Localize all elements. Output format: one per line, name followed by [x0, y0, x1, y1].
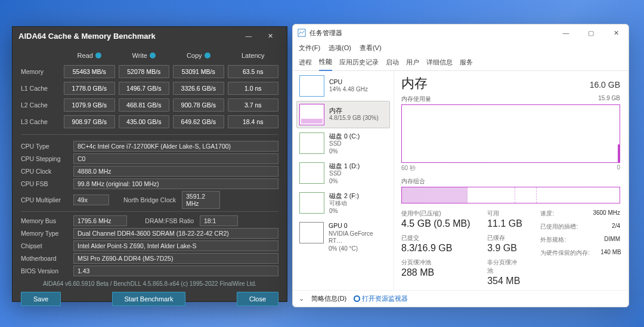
memory-thumbnail-icon [299, 104, 324, 125]
tm-title: 任务管理器 [309, 29, 553, 38]
bench-row-l1: L1 Cache 1778.0 GB/s 1496.7 GB/s 3326.6 … [21, 82, 278, 95]
usage-max: 15.9 GB [598, 95, 620, 103]
motherboard: MSI Pro Z690-A DDR4 (MS-7D25) [73, 253, 278, 264]
col-copy: Copy [173, 50, 224, 61]
tab-performance[interactable]: 性能 [319, 54, 332, 71]
cell[interactable]: 18.4 ns [228, 115, 279, 128]
stat-committed: 已提交8.3/16.9 GB [401, 234, 469, 254]
tab-app-history[interactable]: 应用历史记录 [339, 54, 379, 70]
menu-view[interactable]: 查看(V) [360, 44, 382, 53]
brief-info-link[interactable]: 简略信息(D) [311, 294, 346, 303]
tm-titlebar: 任务管理器 — ▢ ✕ [293, 24, 628, 41]
sidebar-item-disk-c[interactable]: 磁盘 0 (C:)SSD0% [296, 129, 390, 158]
memory-total: 16.0 GB [590, 80, 620, 90]
bios-version: 1.43 [73, 266, 278, 276]
close-button[interactable]: Close [237, 292, 278, 306]
bench-row-memory: Memory 55463 MB/s 52078 MB/s 53091 MB/s … [21, 65, 278, 78]
close-icon[interactable]: ✕ [259, 29, 281, 43]
cell[interactable]: 1778.0 GB/s [64, 82, 115, 95]
cell[interactable]: 900.78 GB/s [173, 98, 224, 112]
col-read: Read [64, 50, 115, 61]
memory-usage-chart[interactable] [401, 104, 620, 163]
aida64-window: AIDA64 Cache & Memory Benchmark — ✕ Read… [12, 26, 287, 302]
cpu-thumbnail-icon [299, 75, 324, 97]
bench-row-l2: L2 Cache 1079.9 GB/s 468.81 GB/s 900.78 … [21, 98, 278, 112]
tm-footer: ⌄ 简略信息(D) 打开资源监视器 [293, 290, 628, 307]
cpu-fsb: 99.8 MHz (original: 100 MHz) [73, 178, 278, 189]
cell[interactable]: 3.7 ns [228, 98, 279, 112]
tm-tabs: 进程 性能 应用历史记录 启动 用户 详细信息 服务 [293, 54, 628, 71]
close-icon[interactable]: ✕ [603, 24, 628, 41]
chevron-down-icon[interactable]: ⌄ [299, 295, 304, 303]
disk-thumbnail-icon [299, 162, 324, 184]
info-icon[interactable] [150, 53, 156, 58]
chipset: Intel Alder Point-S Z690, Intel Alder La… [73, 240, 278, 251]
tab-startup[interactable]: 启动 [386, 54, 399, 70]
tm-main-panel: 内存 16.0 GB 内存使用量 15.9 GB 60 秒 0 内存组合 使用中… [394, 71, 628, 290]
tab-services[interactable]: 服务 [460, 54, 473, 70]
memory-composition-chart[interactable] [401, 187, 620, 203]
stat-in-use: 使用中(已压缩)4.5 GB (0.5 MB) [401, 209, 469, 229]
task-manager-icon [298, 29, 306, 37]
gpu-thumbnail-icon [299, 222, 324, 243]
aida64-footer: AIDA64 v6.60.5910 Beta / BenchDLL 4.5.86… [21, 280, 278, 287]
cpu-clock: 4888.0 MHz [73, 166, 278, 177]
maximize-icon[interactable]: ▢ [578, 24, 603, 41]
stat-cached: 已缓存3.9 GB [487, 234, 522, 254]
menu-options[interactable]: 选项(O) [329, 44, 351, 53]
nb-clock: 3591.2 MHz [182, 191, 220, 209]
cell[interactable]: 3326.6 GB/s [173, 82, 224, 95]
usage-label: 内存使用量 [401, 95, 431, 103]
cpu-type: 8C+4c Intel Core i7-12700KF (Alder Lake-… [73, 141, 278, 152]
minimize-icon[interactable]: — [238, 29, 259, 43]
aida64-title: AIDA64 Cache & Memory Benchmark [18, 32, 238, 41]
cpu-mult: 49x [73, 195, 109, 205]
tab-details[interactable]: 详细信息 [426, 54, 453, 70]
cell[interactable]: 1496.7 GB/s [119, 82, 170, 95]
start-benchmark-button[interactable]: Start Benchmark [112, 292, 186, 306]
task-manager-window: 任务管理器 — ▢ ✕ 文件(F) 选项(O) 查看(V) 进程 性能 应用历史… [292, 24, 629, 307]
aida64-titlebar: AIDA64 Cache & Memory Benchmark — ✕ [13, 27, 287, 45]
tab-processes[interactable]: 进程 [299, 54, 312, 70]
col-latency: Latency [228, 50, 279, 61]
memory-bus: 1795.6 MHz [73, 215, 127, 226]
disk-thumbnail-icon [299, 192, 324, 214]
sidebar-item-gpu[interactable]: GPU 0NVIDIA GeForce RT…0% (40 °C) [296, 219, 390, 255]
stat-nonpaged: 非分页缓冲池354 MB [487, 258, 522, 286]
tm-sidebar: CPU14% 4.48 GHz 内存4.8/15.9 GB (30%) 磁盘 0… [293, 71, 394, 290]
bench-header-row: Read Write Copy Latency [21, 50, 278, 61]
cell[interactable]: 55463 MB/s [64, 65, 115, 78]
info-icon[interactable] [205, 53, 210, 58]
cell[interactable]: 1.0 ns [228, 82, 279, 95]
cell[interactable]: 52078 MB/s [119, 65, 170, 78]
cell[interactable]: 63.5 ns [228, 65, 279, 78]
cell[interactable]: 649.62 GB/s [173, 115, 224, 128]
stat-paged: 分页缓冲池288 MB [401, 258, 469, 278]
page-title: 内存 [401, 75, 428, 92]
disk-thumbnail-icon [299, 132, 324, 154]
bench-row-l3: L3 Cache 908.97 GB/s 435.00 GB/s 649.62 … [21, 115, 278, 128]
memory-type: Dual Channel DDR4-3600 SDRAM (18-22-22-4… [73, 228, 278, 239]
tab-users[interactable]: 用户 [406, 54, 419, 70]
dram-fsb-ratio: 18:1 [200, 215, 238, 226]
info-icon[interactable] [95, 53, 101, 58]
sidebar-item-cpu[interactable]: CPU14% 4.48 GHz [296, 72, 390, 100]
cell[interactable]: 908.97 GB/s [64, 115, 115, 128]
col-write: Write [119, 50, 170, 61]
stat-available: 可用11.1 GB [487, 209, 522, 229]
cell[interactable]: 1079.9 GB/s [64, 98, 115, 112]
minimize-icon[interactable]: — [553, 24, 578, 41]
menu-file[interactable]: 文件(F) [299, 44, 320, 53]
sidebar-item-memory[interactable]: 内存4.8/15.9 GB (30%) [296, 101, 390, 128]
sidebar-item-disk-d[interactable]: 磁盘 1 (D:)SSD0% [296, 159, 390, 188]
composition-label: 内存组合 [401, 177, 620, 186]
tm-menu: 文件(F) 选项(O) 查看(V) [293, 41, 628, 54]
cell[interactable]: 435.00 GB/s [119, 115, 170, 128]
save-button[interactable]: Save [21, 292, 61, 306]
cell[interactable]: 468.81 GB/s [119, 98, 170, 112]
sidebar-item-disk-f[interactable]: 磁盘 2 (F:)可移动0% [296, 189, 390, 218]
open-resource-monitor-link[interactable]: 打开资源监视器 [354, 294, 408, 303]
memory-specs: 速度:3600 MHz 已使用的插槽:2/4 外形规格:DIMM 为硬件保留的内… [540, 209, 620, 286]
cell[interactable]: 53091 MB/s [173, 65, 224, 78]
resource-monitor-icon [354, 295, 360, 302]
